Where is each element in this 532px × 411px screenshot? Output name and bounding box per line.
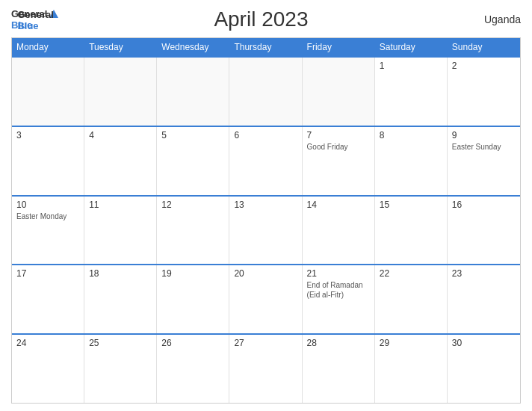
day-number: 9 — [452, 130, 516, 140]
calendar-event: End of Ramadan (Eid al-Fitr) — [307, 280, 370, 300]
week-row-4: 1718192021End of Ramadan (Eid al-Fitr)22… — [12, 264, 520, 333]
cal-cell: 12 — [157, 197, 229, 265]
calendar-body: 1234567Good Friday89Easter Sunday10Easte… — [12, 56, 520, 403]
cal-cell: 30 — [448, 335, 520, 403]
day-number: 16 — [452, 200, 516, 210]
cal-cell: 25 — [84, 335, 157, 403]
week-row-3: 10Easter Monday111213141516 — [12, 195, 520, 265]
cal-cell: 3 — [12, 127, 84, 195]
cal-cell: 16 — [448, 197, 520, 265]
day-number: 6 — [234, 130, 297, 140]
cal-cell: 8 — [375, 127, 448, 195]
calendar-event: Good Friday — [307, 142, 370, 152]
week-row-2: 34567Good Friday89Easter Sunday — [12, 126, 520, 195]
col-header-friday: Friday — [303, 38, 375, 56]
day-number: 12 — [161, 200, 224, 210]
cal-cell: 17 — [12, 265, 84, 333]
cal-cell: 28 — [303, 335, 375, 403]
col-header-saturday: Saturday — [375, 38, 448, 56]
calendar-header-row: MondayTuesdayWednesdayThursdayFridaySatu… — [12, 38, 520, 56]
day-number: 13 — [234, 200, 297, 210]
cal-cell — [84, 58, 157, 126]
cal-cell: 5 — [157, 127, 229, 195]
cal-cell: 15 — [375, 197, 448, 265]
day-number: 10 — [16, 200, 79, 210]
day-number: 14 — [307, 200, 370, 210]
cal-cell: 6 — [229, 127, 302, 195]
cal-cell: 7Good Friday — [303, 127, 375, 195]
calendar-title: April 2023 — [54, 7, 468, 31]
day-number: 7 — [307, 130, 370, 140]
day-number: 21 — [307, 268, 370, 279]
calendar: MondayTuesdayWednesdayThursdayFridaySatu… — [11, 37, 521, 404]
day-number: 3 — [16, 130, 79, 140]
cal-cell: 11 — [84, 197, 157, 265]
logo-general-label: General — [17, 9, 53, 20]
col-header-sunday: Sunday — [448, 38, 520, 56]
country-label: Uganda — [468, 13, 521, 25]
cal-cell — [157, 58, 229, 126]
cal-cell: 21End of Ramadan (Eid al-Fitr) — [303, 265, 375, 333]
day-number: 22 — [380, 268, 442, 279]
cal-cell — [12, 58, 84, 126]
logo-blue-label: Blue — [17, 20, 38, 31]
day-number: 30 — [452, 338, 516, 348]
day-number: 17 — [16, 268, 79, 279]
cal-cell: 29 — [375, 335, 448, 403]
week-row-5: 24252627282930 — [12, 333, 520, 403]
day-number: 11 — [89, 200, 152, 210]
cal-cell: 20 — [229, 265, 302, 333]
cal-cell — [303, 58, 375, 126]
cal-cell: 19 — [157, 265, 229, 333]
col-header-wednesday: Wednesday — [157, 38, 229, 56]
cal-cell: 4 — [84, 127, 157, 195]
day-number: 1 — [380, 61, 442, 71]
cal-cell: 23 — [448, 265, 520, 333]
week-row-1: 12 — [12, 56, 520, 126]
day-number: 2 — [452, 61, 516, 71]
day-number: 26 — [161, 338, 224, 348]
day-number: 25 — [89, 338, 152, 348]
cal-cell: 14 — [303, 197, 375, 265]
day-number: 18 — [89, 268, 152, 279]
day-number: 23 — [452, 268, 516, 279]
col-header-monday: Monday — [12, 38, 84, 56]
day-number: 15 — [380, 200, 442, 210]
day-number: 4 — [89, 130, 152, 140]
cal-cell: 1 — [375, 58, 448, 126]
cal-cell: 26 — [157, 335, 229, 403]
day-number: 24 — [16, 338, 79, 348]
day-number: 20 — [234, 268, 297, 279]
calendar-event: Easter Monday — [16, 211, 79, 221]
cal-cell: 22 — [375, 265, 448, 333]
cal-cell: 10Easter Monday — [12, 197, 84, 265]
cal-cell — [229, 58, 302, 126]
day-number: 27 — [234, 338, 297, 348]
calendar-event: Easter Sunday — [452, 142, 516, 152]
day-number: 8 — [380, 130, 442, 140]
day-number: 29 — [380, 338, 442, 348]
header: GeneralBlue General Blue April 2023 Ugan… — [11, 7, 521, 31]
page: GeneralBlue General Blue April 2023 Ugan… — [0, 0, 532, 411]
cal-cell: 18 — [84, 265, 157, 333]
cal-cell: 27 — [229, 335, 302, 403]
cal-cell: 9Easter Sunday — [448, 127, 520, 195]
cal-cell: 24 — [12, 335, 84, 403]
cal-cell: 2 — [448, 58, 520, 126]
cal-cell: 13 — [229, 197, 302, 265]
day-number: 5 — [161, 130, 224, 140]
day-number: 28 — [307, 338, 370, 348]
col-header-thursday: Thursday — [229, 38, 302, 56]
day-number: 19 — [161, 268, 224, 279]
col-header-tuesday: Tuesday — [84, 38, 157, 56]
